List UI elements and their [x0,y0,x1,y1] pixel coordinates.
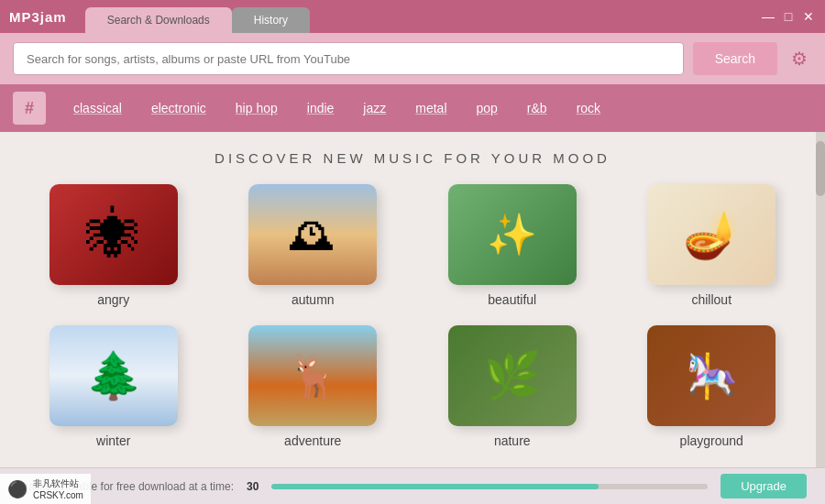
upgrade-button[interactable]: Upgrade [720,474,807,499]
search-input[interactable] [13,42,684,75]
genre-nav: # classical electronic hip hop indie jaz… [0,84,825,132]
watermark: ⚫ 非凡软件站CRSKY.com [0,474,91,504]
genre-hash[interactable]: # [13,92,46,125]
titlebar: MP3jam Search & Downloads History — □ ✕ [0,0,825,33]
mood-label-adventure: adventure [284,433,341,448]
mood-label-playground: playground [680,433,743,448]
mood-label-chillout: chillout [691,292,732,307]
mood-beautiful[interactable]: beautiful [426,184,599,307]
discover-title: DISCOVER NEW MUSIC FOR YOUR MOOD [28,150,798,166]
close-button[interactable]: ✕ [801,11,816,22]
mood-thumb-winter [50,325,178,426]
mood-thumb-playground [647,325,776,426]
main-content: DISCOVER NEW MUSIC FOR YOUR MOOD angry a… [0,132,825,467]
watermark-text: 非凡软件站CRSKY.com [33,477,83,500]
mood-label-nature: nature [494,433,531,448]
mood-nature[interactable]: nature [426,325,599,448]
mood-playground[interactable]: playground [626,325,798,448]
genre-rb[interactable]: r&b [512,101,562,115]
mood-winter[interactable]: winter [28,325,200,448]
mood-thumb-angry [50,184,178,285]
progress-bar-container [271,484,708,489]
mood-thumb-beautiful [448,184,577,285]
search-button[interactable]: Search [693,42,777,75]
tabs: Search & Downloads History [85,0,310,33]
mood-label-winter: winter [96,433,130,448]
genre-jazz[interactable]: jazz [348,101,401,115]
mood-angry[interactable]: angry [28,184,200,307]
scrollbar-track[interactable] [816,132,825,467]
status-bar: Tracks available for free download at a … [0,467,825,504]
minimize-button[interactable]: — [761,11,776,22]
app-logo: MP3jam [9,9,67,25]
track-count: 30 [247,480,258,493]
mood-grid: angry autumn beautiful chillout winter a… [28,184,798,448]
mood-thumb-chillout [647,184,776,285]
genre-hiphop[interactable]: hip hop [221,101,292,115]
mood-label-angry: angry [97,292,129,307]
genre-metal[interactable]: metal [401,101,461,115]
scrollbar-thumb[interactable] [816,141,825,196]
mood-thumb-autumn [248,184,377,285]
tab-history[interactable]: History [232,7,310,33]
tab-search[interactable]: Search & Downloads [85,7,232,33]
progress-bar-fill [271,484,599,489]
mood-adventure[interactable]: adventure [227,325,400,448]
mood-label-beautiful: beautiful [488,292,536,307]
genre-rock[interactable]: rock [562,101,615,115]
mood-label-autumn: autumn [292,292,335,307]
mood-thumb-adventure [248,325,377,426]
gear-icon[interactable]: ⚙ [786,46,812,71]
genre-electronic[interactable]: electronic [137,101,221,115]
genre-classical[interactable]: classical [59,101,137,115]
mood-autumn[interactable]: autumn [227,184,400,307]
genre-pop[interactable]: pop [462,101,512,115]
maximize-button[interactable]: □ [781,11,796,22]
mood-thumb-nature [448,325,577,426]
mood-chillout[interactable]: chillout [626,184,798,307]
window-controls: — □ ✕ [761,11,816,22]
genre-indie[interactable]: indie [292,101,349,115]
search-area: Search ⚙ [0,33,825,84]
